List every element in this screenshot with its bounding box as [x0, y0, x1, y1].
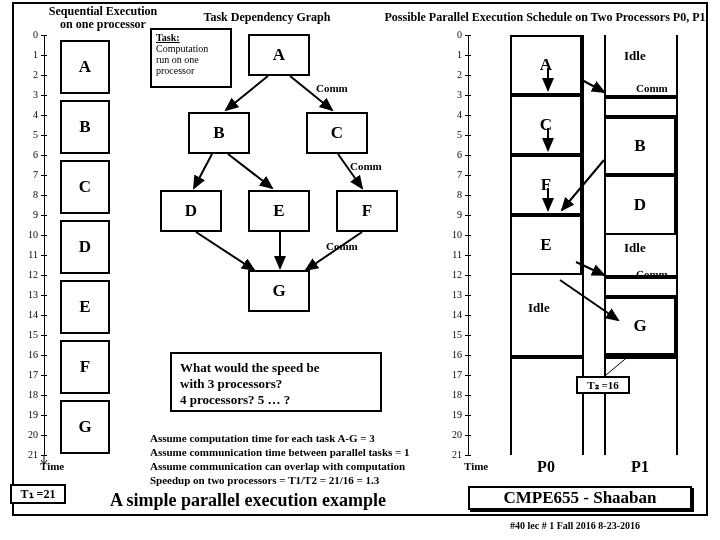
- tick-label: 9: [22, 209, 38, 220]
- tick-label: 13: [22, 289, 38, 300]
- seq-task-E: E: [60, 280, 110, 334]
- arrow-down-icon: [44, 455, 54, 467]
- tick-label: 18: [446, 389, 462, 400]
- tick-label: 6: [446, 149, 462, 160]
- tick: [465, 95, 471, 96]
- tick: [465, 135, 471, 136]
- tick: [465, 255, 471, 256]
- tick: [41, 455, 47, 456]
- tick: [465, 115, 471, 116]
- header-dependency: Task Dependency Graph: [192, 11, 342, 24]
- tick: [41, 355, 47, 356]
- svg-line-1: [290, 76, 332, 110]
- tick: [41, 155, 47, 156]
- tick-label: 8: [446, 189, 462, 200]
- tick: [465, 295, 471, 296]
- tick-label: 2: [22, 69, 38, 80]
- tick: [41, 255, 47, 256]
- tick: [465, 215, 471, 216]
- tick: [465, 195, 471, 196]
- tick-label: 15: [446, 329, 462, 340]
- course-box: CMPE655 - Shaaban: [468, 486, 692, 510]
- svg-line-3: [228, 154, 272, 188]
- tick-label: 17: [446, 369, 462, 380]
- tick-label: 13: [446, 289, 462, 300]
- question-box: What would the speed be with 3 processor…: [170, 352, 382, 412]
- tick: [41, 415, 47, 416]
- tick: [465, 275, 471, 276]
- tick-label: 20: [22, 429, 38, 440]
- t1-box: T₁ =21: [10, 484, 66, 504]
- tick: [465, 435, 471, 436]
- tick-label: 19: [22, 409, 38, 420]
- tick: [41, 135, 47, 136]
- tick: [41, 395, 47, 396]
- tick-label: 17: [22, 369, 38, 380]
- tick-label: 9: [446, 209, 462, 220]
- tick-label: 5: [446, 129, 462, 140]
- svg-line-14: [560, 280, 618, 320]
- seq-task-C: C: [60, 160, 110, 214]
- tick-label: 3: [446, 89, 462, 100]
- tick: [465, 335, 471, 336]
- assume-2: Assume communication time between parall…: [150, 446, 410, 458]
- tick-label: 16: [446, 349, 462, 360]
- tick: [41, 235, 47, 236]
- tick: [41, 435, 47, 436]
- tick-label: 12: [22, 269, 38, 280]
- tick-label: 16: [22, 349, 38, 360]
- t2-box: T₂ =16: [576, 376, 630, 394]
- tick: [465, 355, 471, 356]
- tick-label: 3: [22, 89, 38, 100]
- tick: [41, 175, 47, 176]
- tick-label: 2: [446, 69, 462, 80]
- tick: [41, 35, 47, 36]
- tick-label: 10: [22, 229, 38, 240]
- parallel-arrows: [500, 30, 700, 430]
- svg-line-12: [562, 160, 604, 210]
- header-sequential: Sequential Execution on one processor: [38, 5, 168, 31]
- tick-label: 19: [446, 409, 462, 420]
- q2: with 3 processors?: [180, 376, 372, 392]
- tick-label: 18: [22, 389, 38, 400]
- tick: [465, 235, 471, 236]
- tick: [41, 335, 47, 336]
- svg-line-5: [196, 232, 254, 270]
- assume-3: Assume communication can overlap with co…: [150, 460, 405, 472]
- tick-label: 1: [22, 49, 38, 60]
- seq-task-D: D: [60, 220, 110, 274]
- tick: [41, 95, 47, 96]
- tick: [465, 75, 471, 76]
- tick: [465, 375, 471, 376]
- tick-label: 1: [446, 49, 462, 60]
- header-parallel: Possible Parallel Execution Schedule on …: [380, 11, 710, 24]
- seq-task-B: B: [60, 100, 110, 154]
- svg-line-2: [194, 154, 212, 188]
- seq-task-A: A: [60, 40, 110, 94]
- tick-label: 14: [22, 309, 38, 320]
- tick-label: 8: [22, 189, 38, 200]
- seq-task-G: G: [60, 400, 110, 454]
- tick: [41, 275, 47, 276]
- tick-label: 14: [446, 309, 462, 320]
- tick-label: 4: [446, 109, 462, 120]
- tick-label: 10: [446, 229, 462, 240]
- tick-label: 4: [22, 109, 38, 120]
- tick: [41, 115, 47, 116]
- svg-line-13: [576, 262, 604, 275]
- tick-label: 15: [22, 329, 38, 340]
- tick-label: 7: [446, 169, 462, 180]
- svg-line-4: [338, 154, 362, 188]
- tick-label: 0: [22, 29, 38, 40]
- tick: [465, 155, 471, 156]
- tick: [41, 195, 47, 196]
- svg-line-11: [582, 80, 604, 92]
- assume-1: Assume computation time for each task A-…: [150, 432, 375, 444]
- q3: 4 processors? 5 … ?: [180, 392, 372, 408]
- tick: [465, 175, 471, 176]
- tick-label: 21: [446, 449, 462, 460]
- tick: [465, 315, 471, 316]
- tick-label: 5: [22, 129, 38, 140]
- tick-label: 6: [22, 149, 38, 160]
- axis-left: [44, 35, 45, 455]
